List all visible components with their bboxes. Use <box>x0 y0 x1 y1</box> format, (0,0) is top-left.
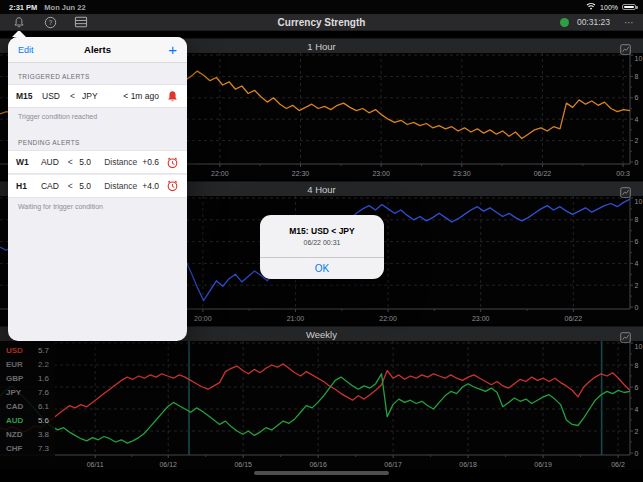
svg-text:0: 0 <box>635 450 639 457</box>
svg-text:06/15: 06/15 <box>234 461 252 468</box>
svg-text:2: 2 <box>635 282 639 289</box>
svg-text:4: 4 <box>635 260 639 267</box>
alert-target: 5.0 <box>79 181 104 191</box>
svg-text:20:00: 20:00 <box>194 315 212 322</box>
app-screen: 2:31 PM Mon Jun 22 100% Currency Strengt… <box>0 0 643 482</box>
date: Mon Jun 22 <box>44 3 85 12</box>
currency-value: 6.1 <box>38 402 49 411</box>
svg-text:06/19: 06/19 <box>534 461 552 468</box>
alarm-clock-icon <box>166 156 179 169</box>
alerts-section-footer: Trigger condition reached <box>8 108 187 129</box>
alerts-title: Alerts <box>8 44 187 55</box>
currency-row-aud[interactable]: AUD5.6 <box>0 416 55 425</box>
currency-value: 1.6 <box>38 374 49 383</box>
help-icon[interactable]: ? <box>43 15 57 29</box>
svg-text:23:30: 23:30 <box>453 170 471 177</box>
bell-icon[interactable] <box>12 15 26 29</box>
chart-style-icon[interactable] <box>620 329 631 340</box>
alert-row[interactable]: W1AUD<5.0Distance+0.6 <box>8 150 187 174</box>
alert-target: 5.0 <box>79 157 104 167</box>
alert-row[interactable]: H1CAD<5.0Distance+4.0 <box>8 174 187 198</box>
more-menu-icon[interactable]: ⋯ <box>624 17 635 28</box>
svg-text:22:30: 22:30 <box>292 170 310 177</box>
currency-value: 5.7 <box>38 346 49 355</box>
recording-status-dot <box>560 18 569 27</box>
svg-text:06/18: 06/18 <box>459 461 477 468</box>
svg-text:06/16: 06/16 <box>309 461 327 468</box>
alert-info-label: Distance <box>104 157 137 167</box>
currency-value: 3.8 <box>38 430 49 439</box>
nav-bar: Currency Strength ? 00:31:23 ⋯ <box>0 14 643 31</box>
svg-text:8: 8 <box>635 73 639 80</box>
svg-text:06/22: 06/22 <box>565 315 583 322</box>
currency-row-nzd[interactable]: NZD3.8 <box>0 430 55 439</box>
currency-row-cad[interactable]: CAD6.1 <box>0 402 55 411</box>
currency-row-gbp[interactable]: GBP1.6 <box>0 374 55 383</box>
chart-weekly[interactable]: 024681006/1106/1206/1506/1606/1706/1806/… <box>0 341 643 470</box>
svg-text:06/22: 06/22 <box>534 170 552 177</box>
currency-code: JPY <box>6 388 21 397</box>
alerts-popover-header: Edit Alerts + <box>8 37 187 63</box>
alert-currency: CAD <box>41 181 68 191</box>
svg-text:21:00: 21:00 <box>287 315 305 322</box>
svg-text:06/2: 06/2 <box>611 461 625 468</box>
svg-text:8: 8 <box>635 216 639 223</box>
alerts-section-header: PENDING ALERTS <box>8 129 187 150</box>
currency-value: 7.6 <box>38 388 49 397</box>
currency-code: CAD <box>6 402 23 411</box>
currency-code: EUR <box>6 360 23 369</box>
svg-text:6: 6 <box>635 94 639 101</box>
currency-code: USD <box>6 346 23 355</box>
alert-dialog-timestamp: 06/22 00:31 <box>304 239 341 246</box>
svg-text:00:3: 00:3 <box>616 170 630 177</box>
alert-operator: < <box>70 91 82 101</box>
alert-timeframe: H1 <box>16 181 41 191</box>
alert-timeframe: M15 <box>16 91 42 101</box>
chart-style-icon[interactable] <box>620 41 631 52</box>
svg-text:22:00: 22:00 <box>211 170 229 177</box>
svg-text:06/11: 06/11 <box>87 461 104 468</box>
alert-row[interactable]: M15USD<JPY< 1m ago <box>8 84 187 108</box>
alert-target: JPY <box>82 91 108 101</box>
panel-title: 1 Hour <box>307 41 336 52</box>
chart-style-icon[interactable] <box>620 184 631 195</box>
currency-row-jpy[interactable]: JPY7.6 <box>0 388 55 397</box>
svg-text:6: 6 <box>635 384 639 391</box>
currency-value: 7.3 <box>38 444 49 453</box>
currency-strength-list: USD5.7EUR2.2GBP1.6JPY7.6CAD6.1AUD5.6NZD3… <box>0 341 55 457</box>
alert-operator: < <box>68 157 80 167</box>
status-bar: 2:31 PM Mon Jun 22 100% <box>0 0 643 14</box>
alert-info-label: Distance <box>104 181 137 191</box>
currency-row-eur[interactable]: EUR2.2 <box>0 360 55 369</box>
battery-percent: 100% <box>600 4 618 11</box>
alert-dialog-title: M15: USD < JPY <box>289 226 354 236</box>
home-indicator[interactable] <box>254 471 389 475</box>
currency-code: AUD <box>6 416 23 425</box>
currency-row-usd[interactable]: USD5.7 <box>0 346 55 355</box>
clock: 2:31 PM <box>9 3 37 12</box>
alerts-section-footer: Waiting for trigger condition <box>8 198 187 219</box>
alert-dialog: M15: USD < JPY 06/22 00:31 OK <box>260 215 384 279</box>
popover-arrow <box>12 30 26 37</box>
svg-text:22:00: 22:00 <box>379 315 397 322</box>
svg-text:23:00: 23:00 <box>472 315 490 322</box>
layout-rows-icon[interactable] <box>74 15 88 29</box>
alert-operator: < <box>68 181 80 191</box>
svg-text:10: 10 <box>635 55 643 62</box>
alert-currency: USD <box>42 91 70 101</box>
panel-title: Weekly <box>306 329 337 340</box>
alert-timeframe: W1 <box>16 157 41 167</box>
currency-row-chf[interactable]: CHF7.3 <box>0 444 55 453</box>
currency-value: 2.2 <box>38 360 49 369</box>
alert-info-value: +4.0 <box>142 181 159 191</box>
ok-button[interactable]: OK <box>260 257 384 279</box>
svg-text:06/12: 06/12 <box>159 461 177 468</box>
session-timer: 00:31:23 <box>577 17 610 27</box>
alert-info-value: +0.6 <box>142 157 159 167</box>
alert-currency: AUD <box>41 157 68 167</box>
svg-text:10: 10 <box>635 343 643 350</box>
panel-title: 4 Hour <box>307 184 336 195</box>
svg-text:06/17: 06/17 <box>384 461 402 468</box>
currency-code: GBP <box>6 374 23 383</box>
svg-text:2: 2 <box>635 428 639 435</box>
